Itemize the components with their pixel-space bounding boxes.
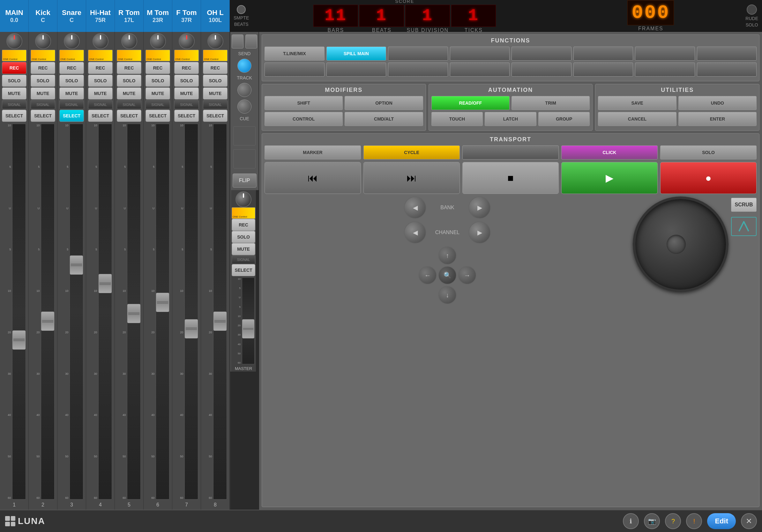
fast-forward-btn[interactable]: ⏭ (363, 162, 460, 194)
fader-track-ch4[interactable] (98, 124, 112, 499)
close-btn[interactable]: ✕ (741, 513, 757, 529)
arrow-up-btn[interactable]: ↑ (438, 246, 457, 265)
knob-ch7[interactable] (179, 33, 194, 49)
func-btn-r2-1[interactable] (265, 62, 325, 77)
arrow-left-btn[interactable]: ← (418, 266, 437, 285)
fader-thumb-ch8[interactable] (213, 312, 227, 331)
fader-track-ch8[interactable] (213, 124, 227, 499)
knob-ch3[interactable] (64, 33, 80, 49)
track-button[interactable] (237, 59, 252, 73)
transport-empty-btn[interactable] (462, 146, 559, 160)
select-btn-ch7[interactable]: SELECT (174, 110, 199, 122)
mute-btn-ch2[interactable]: MUTE (31, 87, 55, 100)
spill-main-btn[interactable]: SPILL MAIN (327, 46, 386, 61)
send-button-right[interactable] (245, 34, 257, 48)
send-button-left[interactable] (232, 34, 244, 48)
func-btn-5[interactable] (511, 46, 572, 61)
rec-btn-ch8[interactable]: REC (203, 62, 228, 74)
option-btn[interactable]: OPTION (344, 96, 423, 110)
touch-btn[interactable]: TOUCH (431, 112, 483, 126)
cue-button-top[interactable] (237, 83, 252, 97)
solo-btn-ch1[interactable]: SOLO (2, 75, 27, 87)
scrub-btn[interactable]: SCRUB (731, 198, 757, 212)
func-btn-r2-5[interactable] (511, 62, 572, 77)
rec-btn-ch3[interactable]: REC (59, 62, 84, 74)
fader-thumb-ch1[interactable] (12, 330, 26, 350)
camera-btn[interactable]: 📷 (644, 513, 660, 529)
func-btn-r2-7[interactable] (635, 62, 695, 77)
cancel-btn[interactable]: CANCEL (598, 112, 676, 126)
fader-thumb-master[interactable] (242, 319, 254, 338)
edit-button[interactable]: Edit (707, 513, 736, 529)
flip-button[interactable]: FLIP (233, 173, 257, 187)
rec-btn-ch6[interactable]: REC (145, 62, 170, 74)
arrow-right-btn[interactable]: → (458, 266, 476, 285)
mute-btn-ch8[interactable]: MUTE (203, 87, 228, 100)
undo-btn[interactable]: UNDO (678, 96, 757, 110)
solo-btn-ch7[interactable]: SOLO (174, 75, 199, 87)
readoff-btn[interactable]: READ/OFF (431, 96, 509, 110)
knob-ch1[interactable] (6, 33, 22, 49)
select-btn-ch3[interactable]: SELECT (59, 110, 84, 122)
cmdalt-btn[interactable]: CMD/ALT (344, 112, 423, 126)
shift-btn[interactable]: SHIFT (265, 96, 343, 110)
solo-btn-ch8[interactable]: SOLO (203, 75, 228, 87)
func-btn-4[interactable] (450, 46, 510, 61)
enter-btn[interactable]: ENTER (678, 112, 757, 126)
func-btn-r2-6[interactable] (573, 62, 634, 77)
group-btn[interactable]: GROUP (538, 112, 590, 126)
solo-btn-ch4[interactable]: SOLO (88, 75, 113, 87)
select-btn-ch8[interactable]: SELECT (203, 110, 228, 122)
tline-mix-btn[interactable]: T.LINE/MIX (265, 46, 325, 61)
fader-thumb-ch6[interactable] (156, 293, 169, 312)
mute-btn-ch3[interactable]: MUTE (59, 87, 84, 100)
fader-track-ch1[interactable] (12, 124, 26, 499)
func-btn-8[interactable] (697, 46, 757, 61)
solo-transport-btn[interactable]: SOLO (660, 146, 757, 160)
save-btn[interactable]: SAVE (598, 96, 676, 110)
channel-prev-btn[interactable]: ◀ (404, 221, 426, 244)
func-btn-7[interactable] (635, 46, 695, 61)
knob-ch2[interactable] (35, 33, 51, 49)
marker-btn[interactable]: MARKER (265, 146, 361, 160)
fader-track-ch6[interactable] (156, 124, 170, 499)
fader-track-ch2[interactable] (41, 124, 54, 499)
arrow-down-btn[interactable]: ↓ (438, 286, 457, 304)
control-btn[interactable]: CONTROL (265, 112, 343, 126)
help-btn[interactable]: ? (665, 513, 681, 529)
fader-thumb-ch4[interactable] (99, 274, 112, 293)
mute-btn-master[interactable]: MUTE (232, 243, 255, 255)
select-btn-ch6[interactable]: SELECT (145, 110, 170, 122)
fader-thumb-ch2[interactable] (41, 312, 54, 331)
select-btn-ch5[interactable]: SELECT (117, 110, 141, 122)
rec-btn-master[interactable]: REC (232, 219, 255, 231)
fader-thumb-ch3[interactable] (70, 255, 83, 275)
func-btn-r2-2[interactable] (327, 62, 386, 77)
rec-btn-ch5[interactable]: REC (117, 62, 141, 74)
solo-btn-ch2[interactable]: SOLO (31, 75, 55, 87)
solo-btn-ch5[interactable]: SOLO (117, 75, 141, 87)
stop-btn[interactable]: ■ (462, 162, 559, 194)
knob-ch8[interactable] (207, 33, 223, 49)
mute-btn-ch6[interactable]: MUTE (145, 87, 170, 100)
func-btn-6[interactable] (573, 46, 634, 61)
mute-btn-ch7[interactable]: MUTE (174, 87, 199, 100)
rec-btn-ch4[interactable]: REC (88, 62, 113, 74)
mute-btn-ch1[interactable]: MUTE (2, 87, 27, 100)
fader-thumb-ch5[interactable] (127, 304, 140, 323)
play-btn[interactable]: ▶ (561, 162, 658, 194)
info-btn[interactable]: ℹ (623, 513, 639, 529)
rewind-btn[interactable]: ⏮ (265, 162, 361, 194)
solo-btn-ch3[interactable]: SOLO (59, 75, 84, 87)
cycle-btn[interactable]: CYCLE (363, 146, 460, 160)
jog-wheel[interactable] (633, 196, 728, 292)
select-btn-ch2[interactable]: SELECT (31, 110, 55, 122)
func-btn-r2-4[interactable] (450, 62, 510, 77)
fader-track-ch5[interactable] (127, 124, 141, 499)
trim-btn[interactable]: TRIM (511, 96, 590, 110)
rec-btn-ch2[interactable]: REC (31, 62, 55, 74)
solo-btn-master[interactable]: SOLO (232, 231, 255, 243)
fader-thumb-ch7[interactable] (185, 319, 198, 338)
func-btn-r2-8[interactable] (697, 62, 757, 77)
cue-button-bottom[interactable] (237, 100, 252, 113)
